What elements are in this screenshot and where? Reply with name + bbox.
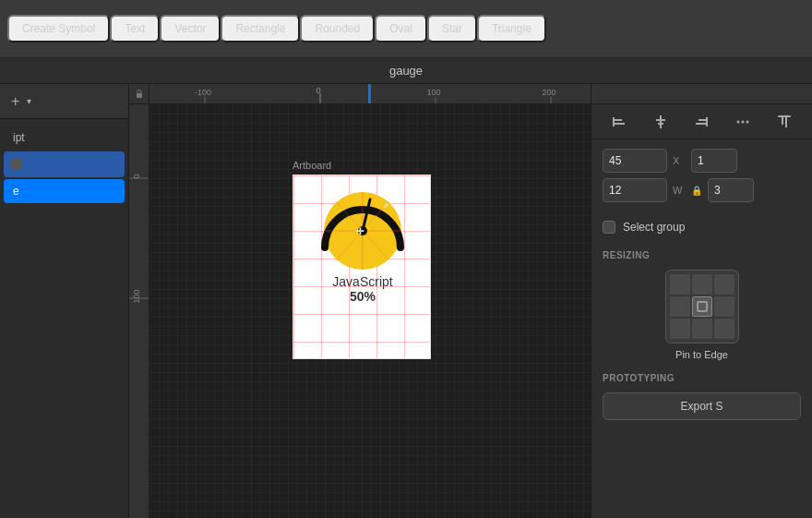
lock-icon[interactable]: 🔒 bbox=[691, 186, 702, 196]
svg-rect-27 bbox=[615, 123, 625, 125]
resize-cell-bl[interactable] bbox=[670, 319, 690, 339]
x-field-row: 45 X 1 bbox=[603, 149, 801, 173]
gauge-text-area: JavaScript 50% bbox=[332, 274, 392, 304]
svg-rect-25 bbox=[613, 117, 615, 126]
list-item-active[interactable]: e bbox=[4, 179, 125, 203]
triangle-button[interactable]: Triangle bbox=[477, 15, 546, 42]
svg-text:✛: ✛ bbox=[356, 226, 364, 236]
toolbar: Create Symbol Text Vector Rectangle Roun… bbox=[0, 0, 812, 58]
svg-text:100: 100 bbox=[132, 289, 141, 303]
svg-rect-30 bbox=[658, 123, 663, 125]
h-input[interactable]: 3 bbox=[708, 178, 754, 202]
svg-text:0: 0 bbox=[316, 86, 320, 95]
title-bar: gauge bbox=[0, 58, 812, 84]
create-symbol-button[interactable]: Create Symbol bbox=[7, 15, 110, 42]
svg-rect-29 bbox=[656, 119, 665, 121]
y-input[interactable]: 1 bbox=[691, 149, 737, 173]
svg-text:-100: -100 bbox=[195, 88, 211, 97]
ruler-corner bbox=[129, 84, 149, 104]
svg-rect-32 bbox=[699, 119, 706, 121]
resizing-grid bbox=[665, 270, 739, 343]
pin-to-edge-label: Pin to Edge bbox=[675, 349, 728, 360]
svg-text:200: 200 bbox=[542, 88, 555, 97]
svg-rect-33 bbox=[696, 123, 706, 125]
artboard-container: Artboard bbox=[293, 160, 431, 359]
list-item[interactable]: ipt bbox=[4, 126, 125, 150]
svg-text:↗: ↗ bbox=[382, 201, 389, 211]
svg-point-35 bbox=[742, 120, 745, 123]
svg-rect-6 bbox=[368, 84, 371, 104]
svg-rect-39 bbox=[785, 117, 787, 127]
svg-rect-28 bbox=[660, 115, 662, 128]
prototyping-section-header: PROTOTYPING bbox=[591, 366, 812, 387]
ruler-right-spacer bbox=[591, 84, 812, 104]
resize-cell-br[interactable] bbox=[714, 319, 734, 339]
svg-rect-11 bbox=[129, 104, 149, 518]
w-input[interactable]: 12 bbox=[603, 178, 667, 202]
resize-cell-tl[interactable] bbox=[670, 274, 690, 295]
position-fields: 45 X 1 12 W 🔒 3 bbox=[591, 139, 812, 211]
vector-button[interactable]: Vector bbox=[160, 15, 221, 42]
x-label: X bbox=[673, 155, 686, 166]
svg-text:0: 0 bbox=[132, 174, 141, 178]
align-center-h-icon[interactable] bbox=[651, 112, 671, 132]
resize-cell-mc[interactable] bbox=[692, 296, 712, 317]
document-title: gauge bbox=[389, 64, 423, 78]
list-item-selected[interactable] bbox=[4, 151, 125, 177]
svg-point-34 bbox=[737, 120, 740, 123]
x-input[interactable]: 45 bbox=[603, 149, 667, 173]
select-group-label: Select group bbox=[623, 221, 685, 234]
oval-button[interactable]: Oval bbox=[375, 15, 427, 42]
svg-rect-26 bbox=[615, 119, 622, 121]
resize-cell-mr[interactable] bbox=[714, 296, 734, 317]
w-field-row: 12 W 🔒 3 bbox=[603, 178, 801, 202]
canvas-area[interactable]: Artboard bbox=[149, 104, 591, 518]
svg-rect-0 bbox=[137, 93, 142, 98]
gauge-js-label: JavaScript bbox=[332, 274, 392, 289]
export-button[interactable]: Export S bbox=[603, 392, 801, 420]
add-layer-button[interactable]: + bbox=[7, 91, 23, 112]
rounded-button[interactable]: Rounded bbox=[300, 15, 375, 42]
left-panel: + ▾ ipt e bbox=[0, 84, 129, 518]
resize-cell-ml[interactable] bbox=[670, 296, 690, 317]
align-top-icon[interactable] bbox=[774, 112, 794, 132]
layer-label: ipt bbox=[13, 131, 25, 144]
resize-cell-tc[interactable] bbox=[692, 274, 712, 295]
layer-label-selected bbox=[11, 159, 22, 170]
select-group-row: Select group bbox=[591, 211, 812, 243]
resizing-box: Pin to Edge bbox=[603, 270, 801, 360]
right-panel: 45 X 1 12 W 🔒 3 Select group bbox=[591, 104, 812, 518]
artboard[interactable]: ✛ ↗ JavaScript 50% bbox=[293, 175, 431, 359]
ruler-v-svg: 0 100 bbox=[129, 104, 149, 518]
select-group-checkbox[interactable] bbox=[603, 221, 615, 234]
star-button[interactable]: Star bbox=[427, 15, 477, 42]
align-right-icon[interactable] bbox=[691, 112, 711, 132]
artboard-label: Artboard bbox=[293, 160, 431, 171]
svg-text:100: 100 bbox=[426, 88, 440, 97]
resize-cell-tr[interactable] bbox=[714, 274, 734, 295]
lock-ruler-icon bbox=[135, 90, 144, 99]
more-options-icon[interactable] bbox=[733, 112, 753, 132]
align-left-icon[interactable] bbox=[609, 112, 629, 132]
canvas-wrapper: 0 100 Artboard bbox=[129, 104, 812, 518]
left-top-bar: + ▾ bbox=[0, 84, 128, 119]
resize-cell-bc[interactable] bbox=[692, 319, 712, 339]
resizing-section-header: RESIZING bbox=[591, 243, 812, 264]
svg-rect-31 bbox=[706, 117, 708, 126]
alignment-icons-row bbox=[591, 104, 812, 139]
svg-rect-38 bbox=[782, 117, 783, 125]
ruler-h-svg: -100 0 100 200 bbox=[149, 84, 591, 104]
chevron-down-icon[interactable]: ▾ bbox=[27, 96, 31, 106]
svg-rect-37 bbox=[778, 115, 791, 117]
layer-label-active: e bbox=[13, 185, 19, 198]
layers-list: ipt e bbox=[0, 119, 128, 518]
rectangle-button[interactable]: Rectangle bbox=[221, 15, 300, 42]
gauge-svg: ✛ ↗ bbox=[312, 183, 413, 271]
svg-rect-40 bbox=[698, 302, 707, 311]
gauge-pct-label: 50% bbox=[332, 289, 392, 304]
text-button[interactable]: Text bbox=[110, 15, 160, 42]
main-body: + ▾ ipt e bbox=[0, 84, 812, 518]
vertical-ruler: 0 100 bbox=[129, 104, 149, 518]
ruler-row: -100 0 100 200 bbox=[129, 84, 812, 104]
horizontal-ruler: -100 0 100 200 bbox=[149, 84, 591, 104]
